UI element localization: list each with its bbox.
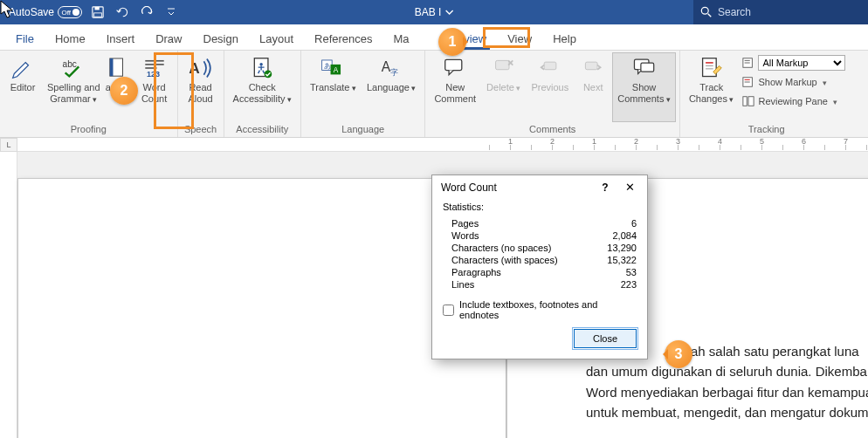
tab-design[interactable]: Design xyxy=(193,27,249,50)
document-title[interactable]: BAB I xyxy=(415,6,454,18)
svg-text:A: A xyxy=(382,59,391,74)
check-accessibility-button[interactable]: Check Accessibility xyxy=(228,52,297,122)
stat-row: Pages6 xyxy=(443,217,637,229)
svg-text:A: A xyxy=(189,59,200,77)
stat-row: Lines223 xyxy=(443,278,637,291)
svg-text:A: A xyxy=(334,66,339,74)
svg-point-15 xyxy=(260,63,263,65)
group-comments: New Comment Delete Previous Next Show Co… xyxy=(425,51,680,137)
tab-draw[interactable]: Draw xyxy=(145,27,192,50)
svg-point-4 xyxy=(701,7,708,14)
vertical-ruler[interactable] xyxy=(0,152,17,438)
group-proofing: Editor abc Spelling and Grammar aurus 12… xyxy=(0,51,178,137)
group-tracking: Track Changes All Markup Show Markup Rev… xyxy=(680,51,858,137)
tab-file[interactable]: File xyxy=(5,27,45,50)
dialog-title: Word Count xyxy=(441,181,497,194)
svg-rect-28 xyxy=(586,62,598,70)
autosave-toggle[interactable]: AutoSave Off xyxy=(9,6,82,18)
language-button[interactable]: A字 Language xyxy=(362,52,421,122)
svg-rect-23 xyxy=(445,59,462,70)
next-comment-icon xyxy=(581,56,605,80)
stat-row: Characters (with spaces)15,322 xyxy=(443,254,637,266)
group-label-accessibility: Accessibility xyxy=(236,122,288,137)
qat-customize-icon[interactable] xyxy=(162,3,180,21)
group-speech: A Read Aloud Speech xyxy=(178,51,224,137)
translate-icon: あA xyxy=(320,56,345,80)
tab-references[interactable]: References xyxy=(304,27,382,50)
previous-comment-icon xyxy=(538,56,562,80)
new-comment-icon xyxy=(443,56,467,80)
reviewing-pane-button[interactable]: Reviewing Pane xyxy=(742,92,845,110)
display-for-review-select[interactable]: All Markup xyxy=(758,55,845,71)
chevron-down-icon xyxy=(444,8,453,17)
svg-rect-2 xyxy=(94,13,102,17)
ruler-corner: L xyxy=(0,138,17,152)
svg-rect-27 xyxy=(544,62,556,70)
svg-rect-31 xyxy=(702,58,716,77)
track-changes-button[interactable]: Track Changes xyxy=(684,52,740,122)
ribbon-tabs: File Home Insert Draw Design Layout Refe… xyxy=(0,24,868,51)
search-input[interactable] xyxy=(718,6,840,18)
title-bar: AutoSave Off BAB I xyxy=(0,0,868,24)
word-count-button[interactable]: 123 Word Count xyxy=(135,52,174,122)
horizontal-ruler[interactable] xyxy=(17,138,868,152)
search-box[interactable] xyxy=(693,0,868,24)
tab-help[interactable]: Help xyxy=(542,27,587,50)
translate-button[interactable]: あA Translate xyxy=(305,52,362,122)
show-markup-button[interactable]: Show Markup xyxy=(742,73,845,91)
dialog-close-x[interactable]: ✕ xyxy=(616,177,644,198)
autosave-label: AutoSave xyxy=(9,6,54,18)
spelling-grammar-button[interactable]: abc Spelling and Grammar xyxy=(42,52,106,122)
group-label-speech: Speech xyxy=(184,122,217,137)
svg-line-5 xyxy=(708,14,712,17)
svg-rect-1 xyxy=(95,7,100,10)
delete-comment-icon xyxy=(492,56,516,80)
editor-icon xyxy=(10,56,35,80)
tab-insert[interactable]: Insert xyxy=(96,27,146,50)
svg-text:字: 字 xyxy=(390,68,398,77)
tab-view[interactable]: View xyxy=(497,27,542,50)
save-icon[interactable] xyxy=(89,3,107,21)
group-label-language: Language xyxy=(341,122,384,137)
svg-text:abc: abc xyxy=(63,59,77,69)
undo-icon[interactable] xyxy=(114,3,131,21)
show-comments-icon xyxy=(632,56,657,80)
group-label-proofing: Proofing xyxy=(71,122,107,137)
callout-1: 1 xyxy=(438,28,466,56)
markup-icon xyxy=(742,57,754,69)
tab-home[interactable]: Home xyxy=(45,27,96,50)
tab-layout[interactable]: Layout xyxy=(249,27,304,50)
group-accessibility: Check Accessibility Accessibility xyxy=(224,51,301,137)
read-aloud-button[interactable]: A Read Aloud xyxy=(182,52,220,122)
search-icon xyxy=(700,6,713,18)
delete-comment-button: Delete xyxy=(481,52,526,122)
language-icon: A字 xyxy=(379,56,403,80)
group-label-tracking: Tracking xyxy=(748,122,785,137)
group-label-comments: Comments xyxy=(529,122,575,137)
track-changes-icon xyxy=(699,56,724,80)
read-aloud-icon: A xyxy=(189,56,213,80)
next-comment-button: Next xyxy=(574,52,612,122)
stat-row: Characters (no spaces)13,290 xyxy=(443,242,637,254)
stat-row: Paragraphs53 xyxy=(443,266,637,278)
show-comments-button[interactable]: Show Comments xyxy=(612,52,676,122)
statistics-header: Statistics: xyxy=(443,202,637,212)
svg-rect-41 xyxy=(743,97,747,106)
editor-button[interactable]: Editor xyxy=(3,52,42,122)
svg-rect-30 xyxy=(640,63,653,72)
new-comment-button[interactable]: New Comment xyxy=(429,52,481,122)
include-textboxes-input[interactable] xyxy=(443,305,454,316)
dialog-close-button[interactable]: Close xyxy=(574,329,637,348)
reviewing-pane-icon xyxy=(742,95,754,107)
group-language: あA Translate A字 Language Language xyxy=(301,51,425,137)
dialog-help-button[interactable]: ? xyxy=(595,181,616,194)
svg-rect-8 xyxy=(109,58,113,76)
callout-3: 3 xyxy=(665,340,692,368)
include-textboxes-checkbox[interactable]: Include textboxes, footnotes and endnote… xyxy=(443,299,637,320)
redo-icon[interactable] xyxy=(138,3,155,21)
display-for-review-dropdown[interactable]: All Markup xyxy=(742,54,845,72)
svg-text:あ: あ xyxy=(325,62,332,70)
stat-row: Words2,084 xyxy=(443,229,637,242)
svg-text:123: 123 xyxy=(147,70,160,79)
tab-mailings[interactable]: Ma xyxy=(383,27,439,50)
